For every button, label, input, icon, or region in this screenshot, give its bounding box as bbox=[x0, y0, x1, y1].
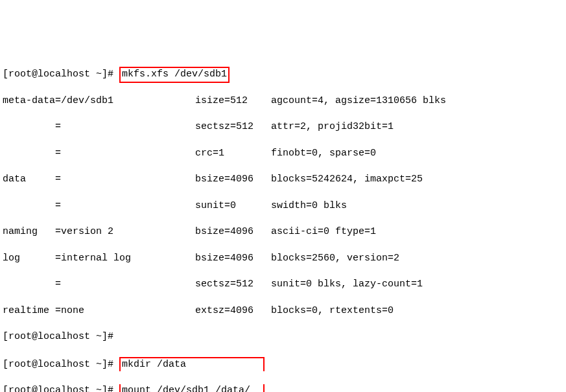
command-mkfs: mkfs.xfs /dev/sdb1 bbox=[122, 69, 227, 80]
highlight-mkfs-cmd: mkfs.xfs /dev/sdb1 bbox=[119, 67, 230, 82]
highlight-mkdir-mount: mount /dev/sdb1 /data/ bbox=[119, 384, 265, 392]
mkfs-output-sectsz: = sectsz=512 attr=2, projid32bit=1 bbox=[3, 121, 563, 133]
mkfs-output-log: log =internal log bsize=4096 blocks=2560… bbox=[3, 252, 563, 265]
shell-prompt: [root@localhost ~]# bbox=[3, 69, 119, 80]
mkfs-output-log2: = sectsz=512 sunit=0 blks, lazy-count=1 bbox=[3, 278, 563, 291]
shell-prompt: [root@localhost ~]# bbox=[3, 331, 119, 342]
terminal-output: [root@localhost ~]# mkfs.xfs /dev/sdb1 m… bbox=[3, 55, 563, 392]
command-mount: mount /dev/sdb1 /data/ bbox=[122, 385, 262, 392]
shell-prompt: [root@localhost ~]# bbox=[3, 385, 119, 392]
mkfs-output-realtime: realtime =none extsz=4096 blocks=0, rtex… bbox=[3, 305, 563, 317]
highlight-mkdir-mount: mkdir /data bbox=[119, 357, 265, 371]
command-mkdir: mkdir /data bbox=[122, 359, 262, 370]
mkfs-output-meta: meta-data=/dev/sdb1 isize=512 agcount=4,… bbox=[3, 95, 563, 108]
mkfs-output-data: data = bsize=4096 blocks=5242624, imaxpc… bbox=[3, 173, 563, 186]
mkfs-output-sunit: = sunit=0 swidth=0 blks bbox=[3, 200, 563, 213]
mkfs-output-naming: naming =version 2 bsize=4096 ascii-ci=0 … bbox=[3, 225, 563, 238]
shell-prompt: [root@localhost ~]# bbox=[3, 359, 119, 370]
mkfs-output-crc: = crc=1 finobt=0, sparse=0 bbox=[3, 147, 563, 160]
